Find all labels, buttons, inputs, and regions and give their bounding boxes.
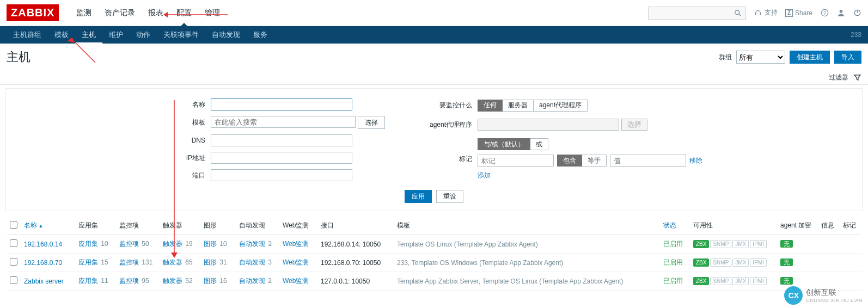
proxy-box [478,119,619,131]
cell-discovery: 自动发现 2 [236,235,279,254]
cell-check [7,272,21,291]
label-monitor: 要监控什么 [418,101,478,110]
filter-name-input[interactable] [211,98,352,110]
tagmode-seg-opt-1[interactable]: 或 [530,138,548,150]
topnav-item-2[interactable]: 报表 [142,1,170,26]
col-name[interactable]: 名称 [24,221,43,229]
search-icon [733,9,742,17]
table-row: 192.168.0.70应用集 15监控项 131触发器 65图形 31自动发现… [7,254,861,272]
row-checkbox[interactable] [10,258,17,266]
avail-chip: IPMI [750,258,767,267]
power-icon[interactable] [853,9,861,17]
avail-chip: JMX [732,258,749,267]
subnav-item-2[interactable]: 主机 [75,26,102,44]
tag-value-input[interactable] [610,155,686,167]
cell-info [818,235,840,254]
subnav-item-3[interactable]: 维护 [102,26,130,44]
cell-avail: ZBXSNMPJMXIPMI [690,235,777,254]
avail-chip: IPMI [750,240,767,248]
host-link[interactable]: Zabbix server [24,278,64,285]
tag-add-link[interactable]: 添加 [478,171,491,179]
host-link[interactable]: 192.168.0.14 [24,241,62,248]
filter-toggle-bar: 过滤器 [0,71,868,85]
cell-iface: 192.168.0.14: 10050 [317,235,394,254]
subnav-count: 233 [851,31,861,39]
import-button[interactable]: 导入 [834,51,861,64]
monitor-seg-opt-2[interactable]: agent代理程序 [534,100,588,112]
support-link[interactable]: 支持 [754,8,778,17]
col-iface: 接口 [317,217,394,235]
tag-remove-link[interactable]: 移除 [689,156,702,165]
cell-triggers: 触发器 19 [160,235,200,254]
topnav-item-0[interactable]: 监测 [70,1,98,26]
enc-badge: 无 [780,277,793,285]
label-port: 端口 [162,171,211,180]
subnav-item-1[interactable]: 模板 [48,26,75,44]
subnav-item-4[interactable]: 动作 [130,26,157,44]
filter-dns-input[interactable] [211,134,352,146]
subnav-item-0[interactable]: 主机群组 [7,26,48,44]
share-link[interactable]: Z Share [785,9,812,17]
label-tags: 标记 [418,155,478,164]
avail-chip: SNMP [710,240,731,248]
cell-items: 监控项 131 [116,254,160,272]
template-select-button[interactable]: 选择 [358,116,385,129]
avail-chip: ZBX [693,277,709,285]
global-search[interactable] [648,7,746,20]
logo[interactable]: ZABBIX [7,4,59,21]
cell-check [7,235,21,254]
filter-panel: 名称 模板 选择 DNS IP地址 端口 要监控什么 任何服务器agent代理程… [5,88,863,211]
svg-point-0 [735,10,739,14]
row-checkbox[interactable] [10,239,17,247]
tag-name-input[interactable] [478,155,554,167]
cell-graphs: 图形 10 [200,235,236,254]
hosts-table-wrap: 名称 应用集 监控项 触发器 图形 自动发现 Web监测 接口 模板 状态 可用… [0,217,868,301]
group-select[interactable]: 所有 [736,51,785,64]
apply-button[interactable]: 应用 [405,190,432,203]
select-all-checkbox[interactable] [10,221,17,229]
tagop-seg-opt-0[interactable]: 包含 [557,155,582,167]
cell-apps: 应用集 10 [75,235,116,254]
cell-triggers: 触发器 52 [160,272,200,291]
cell-apps: 应用集 11 [75,272,116,291]
monitor-seg-opt-0[interactable]: 任何 [478,100,503,112]
topnav-item-3[interactable]: 配置 [170,1,198,26]
monitor-seg-opt-1[interactable]: 服务器 [503,100,534,112]
top-nav: ZABBIX 监测资产记录报表配置管理 支持 Z Share ? [0,0,868,26]
filter-port-input[interactable] [211,169,352,181]
subnav-item-7[interactable]: 服务 [247,26,274,44]
cell-templates: Template App Zabbix Server, Template OS … [394,272,660,291]
topnav-right: 支持 Z Share ? [648,7,861,20]
tagop-segment: 包含等于 [557,155,607,167]
cell-apps: 应用集 15 [75,254,116,272]
topnav-item-1[interactable]: 资产记录 [98,1,142,26]
subnav-item-5[interactable]: 关联项事件 [157,26,205,44]
table-row: Zabbix server应用集 11监控项 95触发器 52图形 16自动发现… [7,272,861,291]
filter-icon[interactable] [853,73,861,82]
label-name: 名称 [162,100,211,109]
host-link[interactable]: 192.168.0.70 [24,259,62,267]
watermark-sub: CHUANG XIN HU LIAN [806,298,863,301]
topnav-item-4[interactable]: 管理 [198,1,227,26]
create-host-button[interactable]: 创建主机 [790,51,830,64]
subnav-item-6[interactable]: 自动发现 [205,26,247,44]
filter-template-input[interactable] [211,116,356,128]
tagop-seg-opt-1[interactable]: 等于 [582,155,607,167]
col-graphs: 图形 [200,217,236,235]
col-status[interactable]: 状态 [663,221,676,229]
cell-items: 监控项 50 [116,235,160,254]
filter-label[interactable]: 过滤器 [829,73,848,82]
help-icon[interactable]: ? [820,9,829,17]
avail-chip: IPMI [750,277,767,285]
cell-graphs: 图形 16 [200,272,236,291]
filter-ip-input[interactable] [211,152,352,164]
table-header-row: 名称 应用集 监控项 触发器 图形 自动发现 Web监测 接口 模板 状态 可用… [7,217,861,235]
table-row: 192.168.0.14应用集 10监控项 50触发器 19图形 10自动发现 … [7,235,861,254]
reset-button[interactable]: 重设 [436,190,463,203]
avail-chip: JMX [732,277,749,285]
user-icon[interactable] [836,9,845,17]
svg-text:?: ? [823,10,826,16]
label-ip: IP地址 [162,153,211,163]
row-checkbox[interactable] [10,276,17,284]
tagmode-seg-opt-0[interactable]: 与/或（默认） [478,138,530,150]
